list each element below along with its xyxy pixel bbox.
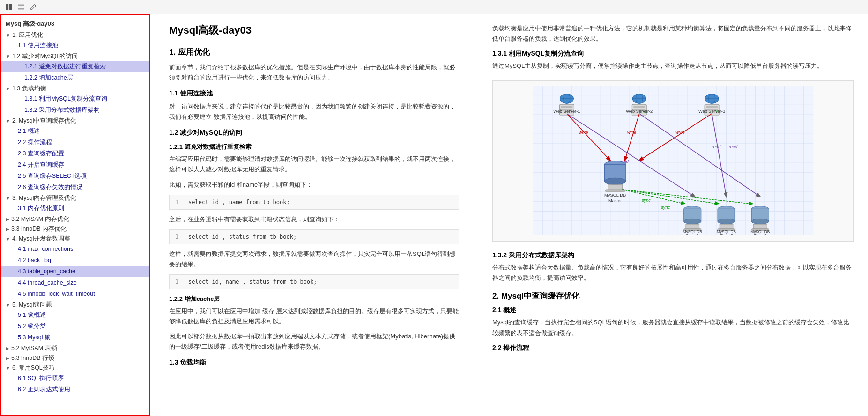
slave-2-label: MySQL DB: [717, 230, 736, 234]
sidebar-item-s6-2[interactable]: 6.2 正则表达式使用: [1, 384, 149, 395]
section-1-1-body: 对于访问数据库来说，建立连接的代价是比较昂贵的，因为我们频繁的创建关闭连接，是比…: [169, 102, 459, 122]
slave-1-label: MySQL DB: [683, 230, 702, 234]
web-server-2-label: Web Server-2: [626, 109, 653, 114]
list-view-button[interactable]: [16, 2, 26, 12]
sidebar-item-s3-1[interactable]: 3.1 内存优化原则: [1, 203, 149, 214]
web-server-3-label: Web Server-3: [698, 109, 725, 114]
sidebar-item-s4-4[interactable]: 4.4 thread_cache_size: [1, 277, 149, 288]
sidebar-item-s2-4[interactable]: 2.4 开启查询缓存: [1, 159, 149, 170]
section-1-2-1-intro: 比如，需要获取书籍的id 和name字段，则查询如下：: [169, 180, 459, 190]
svg-rect-88: [686, 225, 699, 229]
sidebar: Mysql高级-day03 ▼ 1. 应用优化 1.1 使用连接池 ▼ 1.2 …: [0, 14, 150, 416]
section-1-2-2-title: 1.2.2 增加cache层: [169, 295, 459, 303]
svg-rect-7: [533, 86, 814, 235]
svg-point-92: [718, 219, 735, 224]
main-area: Mysql高级-day03 ▼ 1. 应用优化 1.1 使用连接池 ▼ 1.2 …: [0, 14, 868, 416]
code-block-2: 1 select id , status from tb_book;: [169, 229, 459, 244]
sidebar-item-s1-1[interactable]: 1.1 使用连接池: [1, 40, 149, 51]
svg-rect-54: [561, 106, 573, 108]
diagram-svg: Web Server-1 Web Server-2: [497, 86, 849, 235]
sidebar-item-s1-2-2[interactable]: 1.2.2 增加cache层: [1, 72, 149, 83]
sidebar-item-s2[interactable]: ▼ 2. Mysql中查询缓存优化: [1, 116, 149, 125]
right-section-1-3-2-title: 1.3.2 采用分布式数据库架构: [492, 251, 854, 260]
section-1-2-title: 1.2 减少对MySQL的访问: [169, 129, 459, 137]
section-1-2-2-body2: 因此可以部分数据从数据库中抽取出来放到应用端以文本方式存储，或者使用框架(Myb…: [169, 331, 459, 352]
page-title: Mysql高级-day03: [169, 23, 459, 37]
section-1-body: 前面章节，我们介绍了很多数据库的优化措施。但是在实际生产环境中，由于数据库本身的…: [169, 62, 459, 83]
right-section-1-3-1-body: 通过MySQL主从复制，实现读写分离，便掌控读操作走主节点，查询操作走从节点，从…: [492, 61, 854, 71]
sidebar-item-s1-2-1[interactable]: 1.2.1 避免对数据进行重复检索: [1, 61, 149, 72]
sidebar-item-s4-3[interactable]: 4.3 table_open_cache: [1, 266, 149, 277]
sidebar-item-s4[interactable]: ▼ 4. Mysql开发参数调整: [1, 234, 149, 243]
right-section-2-2-title: 2.2 操作流程: [492, 344, 854, 352]
replication-diagram: Web Server-1 Web Server-2: [492, 80, 854, 242]
section-1-2-1-title: 1.2.1 避免对数据进行重复检索: [169, 143, 459, 151]
sidebar-item-s2-1[interactable]: 2.1 概述: [1, 125, 149, 137]
section-1-3-title: 1.3 负载均衡: [169, 358, 459, 367]
sidebar-item-s2-2[interactable]: 2.2 操作流程: [1, 137, 149, 148]
svg-rect-3: [9, 7, 12, 9]
edit-button[interactable]: [28, 2, 38, 12]
svg-rect-81: [605, 190, 624, 192]
expand-icon-s5-3b: ▶: [6, 356, 9, 361]
sidebar-item-s1[interactable]: ▼ 1. 应用优化: [1, 30, 149, 40]
web-server-1-label: Web Server-1: [553, 109, 580, 114]
master-label2: Master: [608, 198, 622, 203]
mysql-slave-1-icon: [684, 206, 701, 231]
svg-rect-6: [18, 8, 24, 9]
sidebar-item-s3-2[interactable]: ▶ 3.2 MyISAM 内存优化: [1, 214, 149, 224]
expand-icon-s1: ▼: [6, 33, 10, 38]
sync-label-1: sync: [642, 198, 651, 203]
right-section-1-3-2-body: 分布式数据架构适合大数据量、负载高的情况，它有良好的拓展性和高可用性，通过在多台…: [492, 263, 854, 283]
svg-rect-2: [6, 7, 8, 9]
sidebar-item-s4-2[interactable]: 4.2 back_log: [1, 255, 149, 266]
sidebar-item-s5-2b[interactable]: ▶ 5.2 MyISAM 表锁: [1, 343, 149, 353]
expand-icon-s2: ▼: [6, 118, 10, 124]
sidebar-item-s6[interactable]: ▼ 6. 常用SQL技巧: [1, 363, 149, 372]
sidebar-item-s5-3[interactable]: 5.3 Mysql 锁: [1, 332, 149, 343]
svg-rect-5: [18, 7, 24, 7]
svg-rect-68: [706, 106, 718, 108]
section-1-2-2-body: 在应用中，我们可以在应用中增加 缓存 层来达到减轻数据库负担的目的。缓存层有很多…: [169, 306, 459, 327]
read-label-1: read: [729, 145, 738, 149]
right-section-2-1-body: Mysql的查询缓存，当执行完全相同的SQL语句的时候，服务器就会直接从缓存中读…: [492, 317, 854, 338]
slave-1-label2: Slave-1: [686, 234, 699, 235]
sidebar-item-s2-5[interactable]: 2.5 查询缓存SELECT选项: [1, 170, 149, 182]
sidebar-item-s5-1[interactable]: 5.1 锁概述: [1, 309, 149, 321]
master-label: MySQL DB: [604, 193, 626, 198]
grid-view-button[interactable]: [4, 2, 14, 12]
right-section-2-title: 2. Mysql中查询缓存优化: [492, 291, 854, 301]
svg-rect-4: [18, 4, 24, 5]
sync-label-2: sync: [661, 205, 670, 210]
sidebar-item-s2-3[interactable]: 2.3 查询缓存配置: [1, 148, 149, 159]
expand-icon-s6: ▼: [6, 365, 10, 371]
sidebar-item-s3-3[interactable]: ▶ 3.3 InnoDB 内存优化: [1, 224, 149, 234]
write-label-3: write: [675, 131, 685, 135]
sidebar-item-s5[interactable]: ▼ 5. Mysql锁问题: [1, 299, 149, 309]
expand-icon-s5-2b: ▶: [6, 346, 9, 351]
expand-icon-s1-3: ▼: [6, 86, 10, 91]
svg-rect-98: [753, 225, 767, 229]
expand-icon-s3: ▼: [6, 196, 10, 201]
code-block-1: 1 select id , name from tb_book;: [169, 195, 459, 210]
sidebar-item-s3[interactable]: ▼ 3. Mysql内存管理及优化: [1, 193, 149, 203]
svg-point-79: [604, 178, 625, 184]
sidebar-item-s1-3-1[interactable]: 1.3.1 利用MySQL复制分流查询: [1, 93, 149, 104]
sidebar-item-s5-2[interactable]: 5.2 锁分类: [1, 321, 149, 332]
sidebar-item-s1-2[interactable]: ▼ 1.2 减少对MySQL的访问: [1, 51, 149, 61]
content-area: Mysql高级-day03 1. 应用优化 前面章节，我们介绍了很多数据库的优化…: [150, 14, 478, 416]
sidebar-item-s1-3[interactable]: ▼ 1.3 负载均衡: [1, 83, 149, 93]
section-1-1-title: 1.1 使用连接池: [169, 89, 459, 98]
right-section-1-3-1-title: 1.3.1 利用MySQL复制分流查询: [492, 50, 854, 58]
slave-2-label2: Slave-2: [720, 234, 733, 235]
write-label-1: write: [579, 131, 588, 135]
sidebar-item-s4-1[interactable]: 4.1 max_connections: [1, 243, 149, 255]
sidebar-item-s1-3-2[interactable]: 1.3.2 采用分布式数据库架构: [1, 104, 149, 116]
sidebar-item-s6-1[interactable]: 6.1 SQL执行顺序: [1, 372, 149, 384]
sidebar-item-s4-5[interactable]: 4.5 innodb_lock_wait_timeout: [1, 288, 149, 299]
sidebar-item-s5-3b[interactable]: ▶ 5.3 InnoDB 行锁: [1, 353, 149, 363]
sidebar-item-s2-6[interactable]: 2.6 查询缓存失效的情况: [1, 182, 149, 193]
expand-icon-s5: ▼: [6, 302, 10, 307]
expand-icon-s3-2: ▶: [6, 217, 9, 222]
svg-point-87: [684, 219, 701, 224]
